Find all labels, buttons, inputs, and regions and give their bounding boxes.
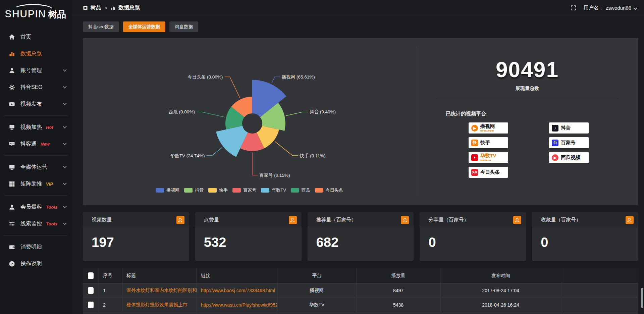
sidebar-item-douyin-seo[interactable]: 抖音SEO	[0, 79, 72, 96]
legend-label: 快手	[219, 187, 228, 193]
chevron-down-icon	[63, 124, 66, 128]
pie-label-line	[272, 77, 280, 83]
page-scrollbar[interactable]	[641, 288, 643, 308]
sliders-icon	[9, 221, 15, 227]
sidebar-item-member-baoke[interactable]: 会员爆客Tools	[0, 199, 72, 215]
tab-2[interactable]: 询盘数据	[169, 21, 198, 32]
total-badge[interactable]: 总	[626, 216, 634, 224]
total-badge[interactable]: 总	[289, 216, 297, 224]
bar-chart-icon	[9, 51, 15, 57]
cell-title[interactable]: 楼体投影灯投影效果震撼上市	[122, 298, 197, 312]
chevron-down-icon	[63, 101, 66, 105]
cell-link[interactable]: http://www.wasu.cn/Play/show/id/952...	[197, 298, 277, 312]
total-badge[interactable]: 总	[513, 216, 521, 224]
legend-item-华数TV[interactable]: 华数TV	[261, 187, 286, 193]
pie-label: 抖音 (9.40%)	[310, 109, 336, 114]
legend-item-今日头条[interactable]: 今日头条	[315, 187, 343, 193]
sidebar-item-operation-guide[interactable]: ?操作说明	[0, 255, 72, 272]
sidebar-item-matrix-boost[interactable]: 矩阵助推VIP	[0, 175, 72, 192]
platform-name: 华数TV	[480, 153, 496, 158]
sidebar-item-label: 矩阵助推	[20, 180, 42, 188]
legend-swatch	[184, 188, 193, 193]
pie-slice-华数TV[interactable]	[216, 126, 248, 157]
platform-logo-icon: 头条	[471, 169, 478, 176]
cell-time: 2018-04-26 16:24	[440, 298, 561, 312]
sidebar-item-data-overview[interactable]: 数据总览	[0, 45, 72, 62]
cell-index: 2	[99, 298, 122, 312]
sidebar-item-home[interactable]: 首页	[0, 29, 72, 45]
question-icon: ?	[9, 261, 15, 267]
platform-name: 抖音	[561, 125, 571, 130]
total-badge[interactable]: 总	[176, 216, 184, 224]
stat-cards-row: 视频数量总197点赞量总532推荐量（百家号）总682分享量（百家号）总0收藏量…	[83, 212, 638, 261]
svg-text:?: ?	[11, 262, 13, 266]
stat-card-4: 收藏量（百家号）总0	[532, 212, 638, 261]
pie-label: 西瓜 (0.00%)	[169, 109, 195, 114]
cell-filler	[561, 283, 638, 298]
platform-badge-抖音: ♪抖音	[549, 122, 589, 134]
sidebar-item-clue-monitor[interactable]: 线索监控Tools	[0, 215, 72, 232]
logo-text-cn: 树品	[48, 8, 66, 20]
table-row-0[interactable]: 1室外水纹灯和室内水纹灯的区别和简介http://www.boosj.com/7…	[83, 283, 638, 298]
platform-name: 今日头条	[480, 170, 500, 175]
legend-item-百家号[interactable]: 百家号	[232, 187, 256, 193]
stat-card-value: 682	[316, 235, 414, 250]
platform-badge-西瓜视频: ▶西瓜视频	[549, 152, 589, 163]
sidebar-item-badge: Tools	[46, 221, 57, 226]
brand-square-icon	[83, 5, 88, 10]
legend-item-西瓜[interactable]: 西瓜	[291, 187, 310, 193]
row-checkbox[interactable]	[88, 302, 94, 308]
legend-label: 今日头条	[326, 187, 343, 193]
legend-item-播视网[interactable]: 播视网	[156, 187, 179, 193]
sidebar-divider	[5, 235, 67, 235]
legend-item-快手[interactable]: 快手	[208, 187, 228, 193]
fullscreen-icon[interactable]	[571, 5, 576, 11]
stat-card-header: 收藏量（百家号）总	[532, 212, 638, 228]
platform-logo-icon: ▶	[471, 125, 478, 132]
row-checkbox[interactable]	[88, 272, 94, 279]
breadcrumb-home[interactable]: 树品	[91, 4, 101, 11]
sidebar-nav: 首页数据总览账号管理抖音SEO视频发布视频加热Hot抖客通New全媒体运营矩阵助…	[0, 29, 72, 272]
cell-link[interactable]: http://www.boosj.com/7338468.html	[197, 283, 277, 298]
chevron-down-icon	[63, 68, 66, 71]
select-all-cell	[83, 268, 99, 283]
stat-card-header: 视频数量总	[83, 212, 189, 228]
platform-logo-icon: ✶	[471, 154, 478, 161]
sidebar-item-consumption-detail[interactable]: 消费明细	[0, 239, 72, 255]
chevron-down-icon	[63, 141, 66, 145]
row-checkbox[interactable]	[88, 287, 94, 294]
stat-card-label: 视频数量	[92, 217, 112, 223]
table-row-1[interactable]: 2楼体投影灯投影效果震撼上市http://www.wasu.cn/Play/sh…	[83, 298, 638, 312]
total-badge[interactable]: 总	[401, 216, 409, 224]
tab-1[interactable]: 全媒体运营数据	[123, 21, 166, 32]
stat-card-0: 视频数量总197	[83, 212, 189, 261]
legend-item-抖音[interactable]: 抖音	[184, 187, 204, 193]
sidebar-item-video-publish[interactable]: 视频发布	[0, 96, 72, 112]
tab-0[interactable]: 抖音seo数据	[83, 21, 119, 32]
cell-filler	[561, 298, 638, 312]
cell-plays: 8497	[357, 283, 440, 298]
gear-icon	[9, 84, 15, 91]
user-menu[interactable]: 用户名： zswodun88	[584, 5, 637, 11]
platform-badge-今日头条: 头条今日头条	[469, 167, 508, 178]
pie-label-line	[197, 112, 225, 117]
total-impressions-label: 展现量总数	[416, 86, 638, 92]
checkbox-cell	[83, 283, 99, 298]
stat-card-value: 532	[204, 235, 302, 250]
cell-title[interactable]: 室外水纹灯和室内水纹灯的区别和简介	[122, 283, 197, 298]
platform-name: 西瓜视频	[561, 155, 580, 160]
sidebar-item-label: 视频发布	[20, 101, 42, 108]
sidebar-item-douketong[interactable]: 抖客通New	[0, 136, 72, 152]
rose-chart: 播视网 (65.61%)抖音 (9.40%)快手 (0.11%)百家号 (0.1…	[83, 38, 416, 205]
chevron-down-icon	[63, 85, 66, 88]
sidebar-item-account-management[interactable]: 账号管理	[0, 62, 72, 79]
sidebar-item-label: 视频加热	[20, 124, 42, 131]
sidebar-item-omni-media[interactable]: 全媒体运营	[0, 159, 72, 175]
cell-plays: 5438	[357, 298, 440, 312]
sidebar-item-video-heating[interactable]: 视频加热Hot	[0, 119, 72, 136]
platform-logo-icon: 百	[552, 140, 558, 146]
total-impressions-value: 90491	[416, 57, 638, 82]
legend-swatch	[208, 188, 217, 193]
table-row-partial[interactable]	[83, 312, 638, 314]
username-label: 用户名：	[584, 5, 604, 11]
